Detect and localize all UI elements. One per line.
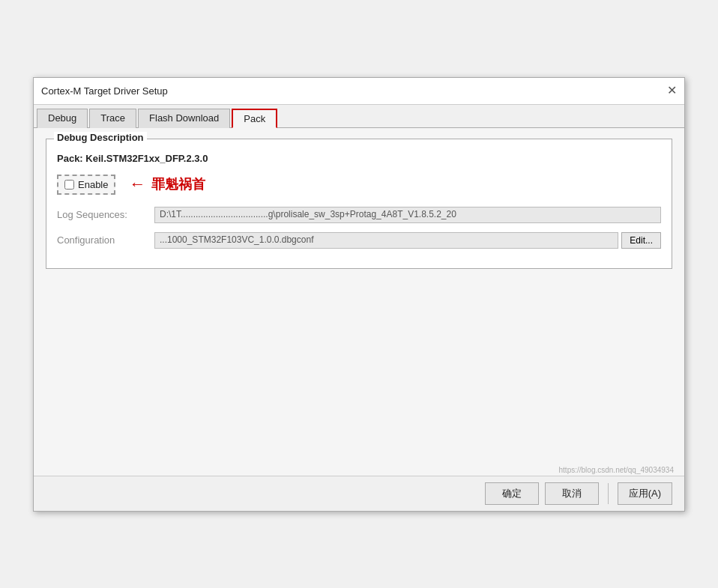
close-button[interactable]: ✕ <box>667 85 677 97</box>
configuration-row: Configuration ...1000_STM32F103VC_1.0.0.… <box>57 231 661 250</box>
annotation-text: 罪魁祸首 <box>151 175 205 193</box>
tab-pack[interactable]: Pack <box>232 109 277 128</box>
watermark: https://blog.csdn.net/qq_49034934 <box>34 464 684 476</box>
spacer <box>34 370 684 464</box>
tab-bar: Debug Trace Flash Download Pack <box>34 105 684 128</box>
enable-label: Enable <box>78 179 108 190</box>
pack-value: Keil.STM32F1xx_DFP.2.3.0 <box>85 153 208 164</box>
configuration-value: ...1000_STM32F103VC_1.0.0.dbgconf <box>154 232 618 249</box>
enable-checkbox-wrap: Enable <box>57 175 115 195</box>
tab-trace[interactable]: Trace <box>89 109 136 128</box>
group-legend: Debug Description <box>54 132 147 143</box>
pack-label: Pack: Keil.STM32F1xx_DFP.2.3.0 <box>57 153 661 164</box>
title-bar: Cortex-M Target Driver Setup ✕ <box>34 78 684 105</box>
ok-button[interactable]: 确定 <box>485 482 539 505</box>
content-area: Debug Description Pack: Keil.STM32F1xx_D… <box>34 128 684 371</box>
enable-checkbox[interactable] <box>64 180 74 190</box>
cancel-button[interactable]: 取消 <box>545 482 599 505</box>
tab-flash-download[interactable]: Flash Download <box>138 109 230 128</box>
separator <box>608 483 609 504</box>
left-arrow-icon: ← <box>129 175 145 194</box>
enable-section: Enable ← 罪魁祸首 <box>57 175 661 195</box>
configuration-label: Configuration <box>57 234 154 246</box>
log-sequences-value: D:\1T...................................… <box>154 207 661 223</box>
debug-description-group: Debug Description Pack: Keil.STM32F1xx_D… <box>46 139 672 269</box>
main-window: Cortex-M Target Driver Setup ✕ Debug Tra… <box>33 77 685 512</box>
edit-button[interactable]: Edit... <box>621 232 661 249</box>
apply-button[interactable]: 应用(A) <box>618 482 672 505</box>
tab-debug[interactable]: Debug <box>37 109 88 128</box>
arrow-annotation: ← 罪魁祸首 <box>129 175 205 194</box>
window-title: Cortex-M Target Driver Setup <box>41 85 168 97</box>
log-sequences-row: Log Sequences: D:\1T....................… <box>57 205 661 225</box>
pack-prefix: Pack: <box>57 153 85 164</box>
bottom-bar: 确定 取消 应用(A) <box>34 476 684 511</box>
log-sequences-label: Log Sequences: <box>57 209 154 220</box>
